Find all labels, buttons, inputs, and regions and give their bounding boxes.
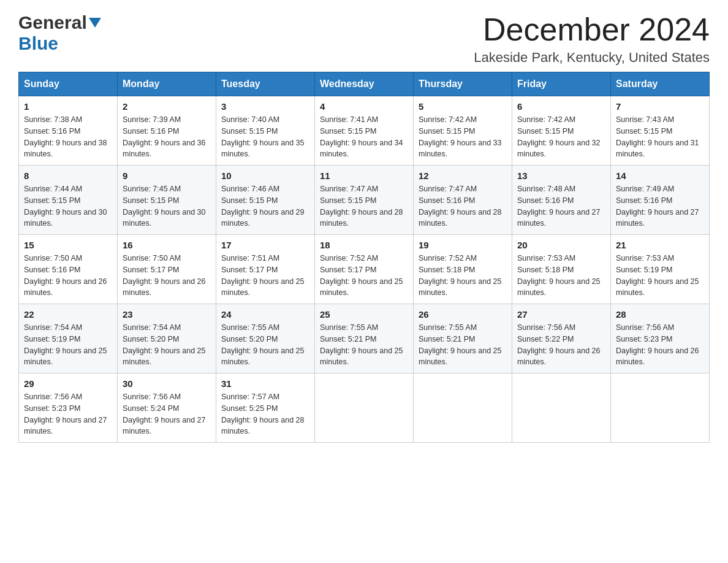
day-info: Sunrise: 7:53 AM Sunset: 5:18 PM Dayligh… <box>517 253 605 299</box>
calendar-day-cell: 10 Sunrise: 7:46 AM Sunset: 5:15 PM Dayl… <box>216 166 315 235</box>
day-number: 16 <box>123 240 211 250</box>
day-number: 23 <box>123 309 211 320</box>
calendar-day-cell <box>315 373 414 443</box>
day-number: 18 <box>320 240 408 250</box>
calendar-header-row: SundayMondayTuesdayWednesdayThursdayFrid… <box>19 72 710 96</box>
calendar-day-cell: 2 Sunrise: 7:39 AM Sunset: 5:16 PM Dayli… <box>118 96 216 166</box>
day-number: 29 <box>24 378 112 389</box>
day-info: Sunrise: 7:39 AM Sunset: 5:16 PM Dayligh… <box>123 114 211 160</box>
calendar-day-cell: 8 Sunrise: 7:44 AM Sunset: 5:15 PM Dayli… <box>19 166 118 235</box>
day-number: 14 <box>616 170 704 181</box>
calendar-week-row: 29 Sunrise: 7:56 AM Sunset: 5:23 PM Dayl… <box>19 373 710 443</box>
day-info: Sunrise: 7:56 AM Sunset: 5:22 PM Dayligh… <box>517 322 605 368</box>
day-info: Sunrise: 7:55 AM Sunset: 5:20 PM Dayligh… <box>221 322 309 368</box>
calendar-day-cell: 1 Sunrise: 7:38 AM Sunset: 5:16 PM Dayli… <box>19 96 118 166</box>
day-info: Sunrise: 7:45 AM Sunset: 5:15 PM Dayligh… <box>123 183 211 229</box>
calendar-day-cell: 15 Sunrise: 7:50 AM Sunset: 5:16 PM Dayl… <box>19 235 118 304</box>
day-number: 10 <box>221 170 309 181</box>
day-number: 11 <box>320 170 408 181</box>
calendar-day-cell: 30 Sunrise: 7:56 AM Sunset: 5:24 PM Dayl… <box>118 373 216 443</box>
calendar-week-row: 22 Sunrise: 7:54 AM Sunset: 5:19 PM Dayl… <box>19 304 710 373</box>
calendar-day-cell: 22 Sunrise: 7:54 AM Sunset: 5:19 PM Dayl… <box>19 304 118 373</box>
day-info: Sunrise: 7:57 AM Sunset: 5:25 PM Dayligh… <box>221 391 309 437</box>
calendar-day-cell: 28 Sunrise: 7:56 AM Sunset: 5:23 PM Dayl… <box>611 304 710 373</box>
day-number: 7 <box>616 101 704 112</box>
page-header: General Blue December 2024 Lakeside Park… <box>18 12 710 66</box>
calendar-day-cell: 4 Sunrise: 7:41 AM Sunset: 5:15 PM Dayli… <box>315 96 414 166</box>
day-info: Sunrise: 7:42 AM Sunset: 5:15 PM Dayligh… <box>517 114 605 160</box>
day-info: Sunrise: 7:53 AM Sunset: 5:19 PM Dayligh… <box>616 253 704 299</box>
title-section: December 2024 Lakeside Park, Kentucky, U… <box>474 12 710 66</box>
day-number: 26 <box>419 309 507 320</box>
calendar-day-cell: 23 Sunrise: 7:54 AM Sunset: 5:20 PM Dayl… <box>118 304 216 373</box>
day-number: 19 <box>419 240 507 250</box>
day-of-week-header: Sunday <box>19 72 118 96</box>
day-number: 31 <box>221 378 309 389</box>
day-of-week-header: Tuesday <box>216 72 315 96</box>
calendar-day-cell: 5 Sunrise: 7:42 AM Sunset: 5:15 PM Dayli… <box>414 96 512 166</box>
calendar-day-cell: 13 Sunrise: 7:48 AM Sunset: 5:16 PM Dayl… <box>512 166 611 235</box>
day-info: Sunrise: 7:55 AM Sunset: 5:21 PM Dayligh… <box>419 322 507 368</box>
day-of-week-header: Friday <box>512 72 611 96</box>
month-title: December 2024 <box>474 12 710 47</box>
logo-general-text: General <box>18 12 87 33</box>
day-info: Sunrise: 7:40 AM Sunset: 5:15 PM Dayligh… <box>221 114 309 160</box>
calendar-day-cell: 27 Sunrise: 7:56 AM Sunset: 5:22 PM Dayl… <box>512 304 611 373</box>
day-info: Sunrise: 7:50 AM Sunset: 5:16 PM Dayligh… <box>24 253 112 299</box>
calendar-day-cell: 24 Sunrise: 7:55 AM Sunset: 5:20 PM Dayl… <box>216 304 315 373</box>
calendar-table: SundayMondayTuesdayWednesdayThursdayFrid… <box>18 72 710 443</box>
day-info: Sunrise: 7:44 AM Sunset: 5:15 PM Dayligh… <box>24 183 112 229</box>
calendar-day-cell: 16 Sunrise: 7:50 AM Sunset: 5:17 PM Dayl… <box>118 235 216 304</box>
calendar-day-cell: 26 Sunrise: 7:55 AM Sunset: 5:21 PM Dayl… <box>414 304 512 373</box>
day-number: 13 <box>517 170 605 181</box>
day-info: Sunrise: 7:50 AM Sunset: 5:17 PM Dayligh… <box>123 253 211 299</box>
day-number: 30 <box>123 378 211 389</box>
logo: General Blue <box>18 12 101 54</box>
day-of-week-header: Saturday <box>611 72 710 96</box>
day-number: 12 <box>419 170 507 181</box>
calendar-day-cell: 31 Sunrise: 7:57 AM Sunset: 5:25 PM Dayl… <box>216 373 315 443</box>
day-of-week-header: Monday <box>118 72 216 96</box>
day-number: 9 <box>123 170 211 181</box>
calendar-day-cell: 21 Sunrise: 7:53 AM Sunset: 5:19 PM Dayl… <box>611 235 710 304</box>
calendar-day-cell: 9 Sunrise: 7:45 AM Sunset: 5:15 PM Dayli… <box>118 166 216 235</box>
logo-triangle-icon <box>89 17 101 31</box>
calendar-day-cell <box>414 373 512 443</box>
calendar-day-cell: 11 Sunrise: 7:47 AM Sunset: 5:15 PM Dayl… <box>315 166 414 235</box>
day-info: Sunrise: 7:42 AM Sunset: 5:15 PM Dayligh… <box>419 114 507 160</box>
day-info: Sunrise: 7:54 AM Sunset: 5:20 PM Dayligh… <box>123 322 211 368</box>
day-info: Sunrise: 7:56 AM Sunset: 5:24 PM Dayligh… <box>123 391 211 437</box>
calendar-day-cell: 25 Sunrise: 7:55 AM Sunset: 5:21 PM Dayl… <box>315 304 414 373</box>
calendar-day-cell: 3 Sunrise: 7:40 AM Sunset: 5:15 PM Dayli… <box>216 96 315 166</box>
calendar-day-cell: 19 Sunrise: 7:52 AM Sunset: 5:18 PM Dayl… <box>414 235 512 304</box>
day-info: Sunrise: 7:41 AM Sunset: 5:15 PM Dayligh… <box>320 114 408 160</box>
day-info: Sunrise: 7:52 AM Sunset: 5:17 PM Dayligh… <box>320 253 408 299</box>
calendar-day-cell: 29 Sunrise: 7:56 AM Sunset: 5:23 PM Dayl… <box>19 373 118 443</box>
day-number: 28 <box>616 309 704 320</box>
calendar-day-cell: 12 Sunrise: 7:47 AM Sunset: 5:16 PM Dayl… <box>414 166 512 235</box>
day-info: Sunrise: 7:47 AM Sunset: 5:15 PM Dayligh… <box>320 183 408 229</box>
calendar-day-cell <box>611 373 710 443</box>
calendar-week-row: 15 Sunrise: 7:50 AM Sunset: 5:16 PM Dayl… <box>19 235 710 304</box>
calendar-day-cell: 17 Sunrise: 7:51 AM Sunset: 5:17 PM Dayl… <box>216 235 315 304</box>
day-info: Sunrise: 7:49 AM Sunset: 5:16 PM Dayligh… <box>616 183 704 229</box>
calendar-day-cell: 7 Sunrise: 7:43 AM Sunset: 5:15 PM Dayli… <box>611 96 710 166</box>
day-info: Sunrise: 7:47 AM Sunset: 5:16 PM Dayligh… <box>419 183 507 229</box>
svg-marker-0 <box>89 18 101 28</box>
day-info: Sunrise: 7:56 AM Sunset: 5:23 PM Dayligh… <box>24 391 112 437</box>
day-number: 8 <box>24 170 112 181</box>
logo-blue-text: Blue <box>18 33 58 53</box>
day-info: Sunrise: 7:43 AM Sunset: 5:15 PM Dayligh… <box>616 114 704 160</box>
day-number: 5 <box>419 101 507 112</box>
day-number: 27 <box>517 309 605 320</box>
calendar-day-cell: 6 Sunrise: 7:42 AM Sunset: 5:15 PM Dayli… <box>512 96 611 166</box>
day-number: 15 <box>24 240 112 250</box>
location-title: Lakeside Park, Kentucky, United States <box>474 50 710 66</box>
calendar-day-cell: 14 Sunrise: 7:49 AM Sunset: 5:16 PM Dayl… <box>611 166 710 235</box>
day-info: Sunrise: 7:52 AM Sunset: 5:18 PM Dayligh… <box>419 253 507 299</box>
day-info: Sunrise: 7:38 AM Sunset: 5:16 PM Dayligh… <box>24 114 112 160</box>
day-number: 20 <box>517 240 605 250</box>
calendar-day-cell: 18 Sunrise: 7:52 AM Sunset: 5:17 PM Dayl… <box>315 235 414 304</box>
day-number: 25 <box>320 309 408 320</box>
day-number: 21 <box>616 240 704 250</box>
